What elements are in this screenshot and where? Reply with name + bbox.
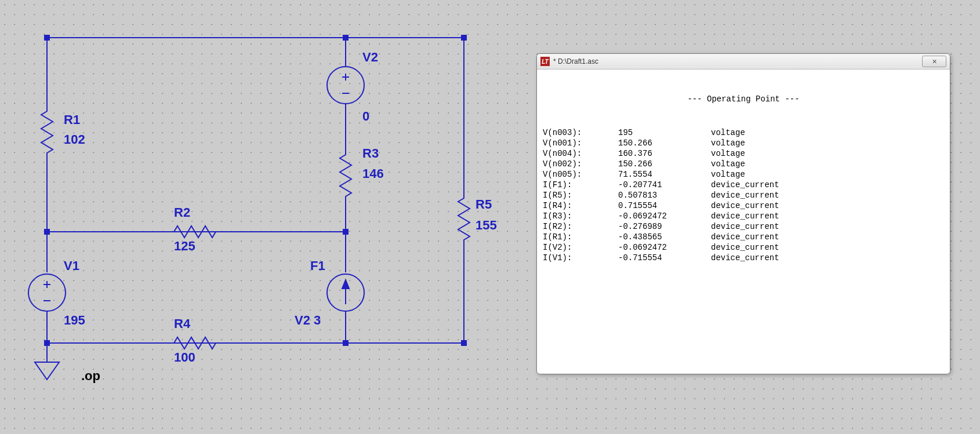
close-button[interactable]: ✕ <box>922 56 946 67</box>
svg-point-5 <box>28 274 66 311</box>
r2-value[interactable]: 125 <box>174 239 195 254</box>
svg-rect-30 <box>44 340 50 346</box>
svg-point-13 <box>327 67 364 104</box>
result-row: I(V1):-0.715554device_current <box>543 253 944 263</box>
result-row: I(R3):-0.0692472device_current <box>543 211 944 221</box>
result-row: I(R5):0.507813device_current <box>543 190 944 200</box>
f1-value[interactable]: V2 3 <box>295 313 321 328</box>
result-row: V(n005):71.5554voltage <box>543 169 944 180</box>
r1-name[interactable]: R1 <box>64 112 80 127</box>
r2-name[interactable]: R2 <box>174 205 190 220</box>
r5-name[interactable]: R5 <box>476 197 492 212</box>
results-body: --- Operating Point --- V(n003):195volta… <box>537 70 950 287</box>
result-row: V(n002):150.266voltage <box>543 159 944 169</box>
result-row: I(F1):-0.207741device_current <box>543 180 944 190</box>
results-header: --- Operating Point --- <box>543 94 944 107</box>
svg-rect-25 <box>44 35 50 41</box>
r4-value[interactable]: 100 <box>174 350 195 365</box>
results-window[interactable]: LT * D:\Draft1.asc ✕ --- Operating Point… <box>536 53 950 374</box>
result-row: I(R1):-0.438565device_current <box>543 232 944 242</box>
f1-name[interactable]: F1 <box>310 258 325 273</box>
svg-rect-27 <box>461 35 467 41</box>
results-titlebar[interactable]: LT * D:\Draft1.asc ✕ <box>537 54 950 70</box>
app-icon: LT <box>540 57 550 66</box>
svg-rect-26 <box>343 35 349 41</box>
v2-name[interactable]: V2 <box>362 50 378 65</box>
result-row: I(V2):-0.0692472device_current <box>543 242 944 253</box>
svg-rect-31 <box>343 340 349 346</box>
v1-value[interactable]: 195 <box>64 313 85 328</box>
r4-name[interactable]: R4 <box>174 316 190 331</box>
svg-rect-28 <box>44 229 50 235</box>
r1-value[interactable]: 102 <box>64 132 85 147</box>
result-row: V(n004):160.376voltage <box>543 148 944 159</box>
v2-value[interactable]: 0 <box>362 109 369 124</box>
close-icon: ✕ <box>932 58 937 65</box>
result-row: I(R4):0.715554device_current <box>543 200 944 211</box>
r5-value[interactable]: 155 <box>476 218 497 233</box>
result-row: V(n001):150.266voltage <box>543 138 944 148</box>
result-row: I(R2):-0.276989device_current <box>543 221 944 232</box>
schematic-canvas[interactable] <box>0 0 522 434</box>
v1-name[interactable]: V1 <box>64 258 79 273</box>
spice-directive[interactable]: .op <box>81 369 100 384</box>
r3-value[interactable]: 146 <box>362 166 384 181</box>
result-row: V(n003):195voltage <box>543 127 944 138</box>
window-title: * D:\Draft1.asc <box>553 57 598 65</box>
svg-rect-29 <box>343 229 349 235</box>
r3-name[interactable]: R3 <box>362 146 379 161</box>
svg-rect-32 <box>461 340 467 346</box>
